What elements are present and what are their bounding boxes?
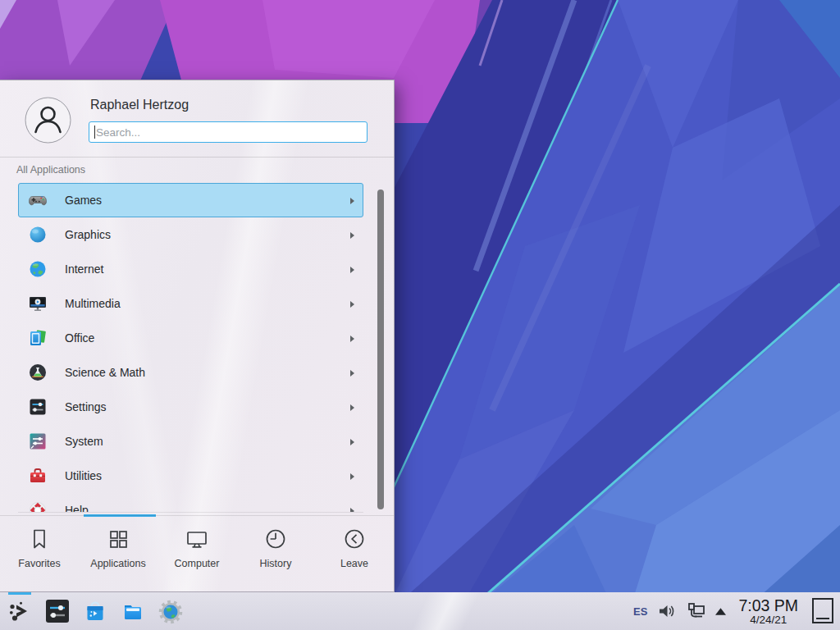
system-icon xyxy=(28,431,48,451)
section-label: All Applications xyxy=(16,164,85,176)
clock-icon xyxy=(263,527,288,551)
taskbar-discover[interactable] xyxy=(82,598,108,624)
category-label: Multimedia xyxy=(65,297,121,310)
launcher-header: Raphael Hertzog xyxy=(0,80,394,158)
settings-icon xyxy=(28,397,48,417)
tab-favorites[interactable]: Favorites xyxy=(0,516,79,591)
taskbar-file-manager[interactable] xyxy=(120,598,146,624)
category-label: Settings xyxy=(65,400,107,413)
submenu-arrow-icon xyxy=(350,336,354,342)
tab-label: Favorites xyxy=(18,558,60,569)
graphics-icon xyxy=(28,225,48,244)
submenu-arrow-icon xyxy=(350,267,354,273)
category-label: Graphics xyxy=(65,228,111,241)
submenu-arrow-icon xyxy=(350,232,354,239)
category-label: Science & Math xyxy=(65,366,145,379)
help-icon xyxy=(28,500,48,513)
taskbar: ES 7:03 PM 4/24/21 xyxy=(0,592,840,630)
taskbar-web-globe[interactable] xyxy=(158,598,184,624)
submenu-arrow-icon xyxy=(350,473,354,480)
search-input[interactable] xyxy=(89,121,368,143)
clock-time: 7:03 PM xyxy=(738,597,798,614)
taskbar-apps xyxy=(7,598,184,624)
category-settings[interactable]: Settings xyxy=(18,390,363,424)
desktop: Raphael Hertzog All Applications GamesGr… xyxy=(0,0,840,630)
launcher-tabbar: FavoritesApplicationsComputerHistoryLeav… xyxy=(0,515,394,591)
gamepad-icon xyxy=(28,190,48,210)
tab-label: Leave xyxy=(340,558,368,569)
tab-applications[interactable]: Applications xyxy=(79,516,158,591)
category-games[interactable]: Games xyxy=(18,183,363,217)
category-multimedia[interactable]: Multimedia xyxy=(18,286,363,321)
multimedia-icon xyxy=(28,294,48,313)
user-name: Raphael Hertzog xyxy=(90,98,189,112)
submenu-arrow-icon xyxy=(350,439,354,445)
digital-clock[interactable]: 7:03 PM 4/24/21 xyxy=(738,597,798,626)
launcher-active-indicator xyxy=(8,592,31,595)
category-system[interactable]: System xyxy=(18,424,363,459)
category-label: Office xyxy=(65,331,94,345)
tab-history[interactable]: History xyxy=(236,516,315,591)
category-label: Games xyxy=(65,194,102,207)
category-label: System xyxy=(65,435,103,448)
globe-icon xyxy=(28,259,48,279)
category-label: Help xyxy=(65,504,89,513)
tab-label: Applications xyxy=(90,558,145,569)
category-graphics[interactable]: Graphics xyxy=(18,217,363,252)
tab-computer[interactable]: Computer xyxy=(158,516,236,591)
volume-icon[interactable] xyxy=(656,601,676,621)
submenu-arrow-icon xyxy=(350,404,354,411)
science-icon xyxy=(28,363,48,382)
system-tray: ES 7:03 PM 4/24/21 xyxy=(633,592,835,630)
category-label: Internet xyxy=(65,262,103,276)
keyboard-layout-indicator[interactable]: ES xyxy=(633,605,647,618)
network-icon[interactable] xyxy=(685,600,706,622)
office-icon xyxy=(28,328,48,348)
expand-tray-arrow-icon[interactable] xyxy=(715,608,726,615)
tab-label: Computer xyxy=(175,558,220,569)
submenu-arrow-icon xyxy=(350,370,354,377)
category-utilities[interactable]: Utilities xyxy=(18,459,363,493)
category-internet[interactable]: Internet xyxy=(18,252,363,286)
bookmark-icon xyxy=(27,527,52,551)
user-avatar[interactable] xyxy=(25,97,71,144)
utilities-icon xyxy=(28,466,48,486)
category-science-math[interactable]: Science & Math xyxy=(18,355,363,390)
submenu-arrow-icon xyxy=(350,508,354,513)
tab-label: History xyxy=(260,558,292,569)
show-desktop-button[interactable] xyxy=(810,596,835,626)
category-label: Utilities xyxy=(65,469,102,482)
list-scrollbar[interactable] xyxy=(377,189,384,509)
category-list: GamesGraphicsInternetMultimediaOfficeSci… xyxy=(18,183,363,513)
tab-leave[interactable]: Leave xyxy=(315,516,394,591)
grid-icon xyxy=(106,527,130,551)
monitor-icon xyxy=(185,527,209,551)
taskbar-application-launcher[interactable] xyxy=(7,598,33,624)
submenu-arrow-icon xyxy=(350,301,354,308)
text-caret xyxy=(94,126,95,139)
application-launcher-menu: Raphael Hertzog All Applications GamesGr… xyxy=(0,80,395,592)
taskbar-system-settings[interactable] xyxy=(44,598,71,624)
category-help[interactable]: Help xyxy=(18,493,363,513)
category-office[interactable]: Office xyxy=(18,321,363,355)
leave-icon xyxy=(342,527,367,551)
submenu-arrow-icon xyxy=(350,198,354,204)
clock-date: 4/24/21 xyxy=(738,614,798,626)
